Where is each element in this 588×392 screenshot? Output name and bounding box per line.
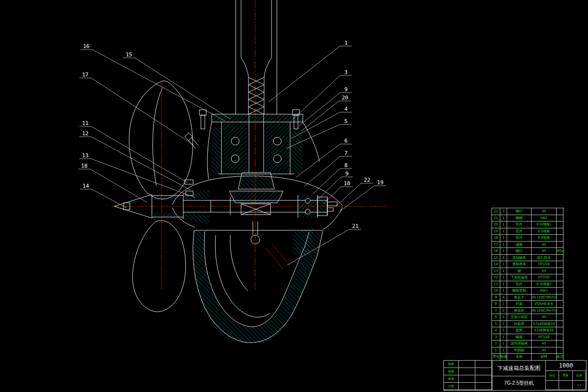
part-qty: 1 (500, 228, 507, 235)
callout-label: 5 (344, 118, 348, 124)
part-material: 45 (20CrMnTi) (532, 294, 557, 301)
part-name: 下齿轮箱体 (507, 274, 532, 281)
table-row: 3 1 螺塞 HT150 (492, 334, 564, 341)
part-no: 19 (492, 228, 500, 235)
mark-value (546, 381, 559, 391)
part-name: 螺旋桨轴 (507, 288, 532, 294)
part-qty: 1 (500, 334, 507, 341)
part-remark (557, 314, 564, 321)
part-material: 40Cr (532, 288, 557, 294)
signature-row: 日期 (444, 383, 492, 390)
callout-label: 9 (344, 86, 348, 93)
table-row: 18 1 垫片 0.5纸板 (492, 235, 564, 242)
part-qty: 1 (500, 274, 507, 281)
part-name: 螺塞 (507, 334, 532, 341)
part-remark (557, 274, 564, 281)
part-material: 45 (532, 347, 557, 354)
part-material: 57x40钢管20 (532, 321, 557, 328)
part-material: HT150 (532, 261, 557, 268)
callout-label: 10 (343, 180, 350, 187)
part-name: 垫片 (507, 221, 532, 228)
signature-row: 描图 (444, 368, 492, 375)
part-remark (557, 294, 564, 301)
callout-label: 16 (83, 43, 89, 49)
header-qty: 数量 (500, 354, 507, 361)
callout-label: 14 (82, 183, 89, 189)
part-name: 螺钉 (507, 208, 532, 215)
part-name: 垫片 (507, 235, 532, 242)
table-row: 21 1 螺帽 H62 (492, 215, 564, 222)
part-no: 6 (492, 314, 500, 321)
part-qty: 2 (500, 308, 507, 315)
part-no: 9 (492, 294, 500, 301)
table-row: 2 1 深沟球轴承 45 (492, 341, 564, 347)
part-remark (557, 308, 564, 315)
part-qty: 1 (500, 215, 507, 222)
part-qty: 1 (500, 242, 507, 248)
part-qty: 1 (500, 341, 507, 347)
part-qty: 1 (500, 221, 507, 228)
part-no: 11 (492, 281, 500, 288)
drawing-number: 1000 (546, 361, 586, 371)
part-remark (557, 228, 564, 235)
part-no: 16 (492, 248, 500, 255)
part-no: 17 (492, 242, 500, 248)
part-name: 衬套 (507, 301, 532, 308)
part-qty: 1 (500, 347, 507, 354)
callout-label: 20 (342, 95, 348, 101)
part-name: 螺帽 (507, 215, 532, 222)
signature-label: 描图 (444, 368, 459, 375)
title-block: 制图 描图 审核 日期 (443, 360, 587, 391)
signature-label: 日期 (444, 383, 459, 390)
part-remark (557, 215, 564, 222)
part-qty: 1 (500, 261, 507, 268)
part-qty: 4 (500, 255, 507, 262)
cad-canvas: 16 15 17 11 12 13 18 14 1 3 9 20 4 5 6 7… (0, 0, 588, 392)
part-remark (557, 208, 564, 215)
scale-value: 1:1 (573, 381, 586, 391)
callout-label: 7 (344, 150, 348, 156)
callout-label: 13 (82, 152, 88, 159)
part-qty: 1 (500, 268, 507, 275)
part-material: ZQSn6-6-6 (532, 301, 557, 308)
table-row: 11 1 垫片 0.5(纸板) (492, 281, 564, 288)
table-row: 12 1 下齿轮箱体 HT150 (492, 274, 564, 281)
part-material: HT150 (532, 274, 557, 281)
part-name: 套筒 (507, 327, 532, 334)
spline-shaft (248, 77, 264, 114)
signature-cell (459, 361, 475, 368)
title-block-meta: 标记 重量 比例 1:1 (546, 371, 586, 390)
parts-table: 22 3 螺钉 45 21 1 螺帽 H62 20 1 (491, 208, 564, 361)
part-material: 45 (532, 208, 557, 215)
table-row: 15 4 滚动轴承 双Z.防水 (492, 255, 564, 262)
drawing-model: 7G-2.5型挂机 (492, 376, 545, 390)
signature-cell (475, 383, 492, 390)
signature-cell (475, 361, 492, 368)
callout-label: 21 (352, 223, 358, 229)
table-row: 1 1 中间轴 45 (492, 347, 564, 354)
part-name: 离合子 (507, 294, 532, 301)
weight-label: 重量 (559, 371, 572, 381)
part-no: 2 (492, 341, 500, 347)
table-row: 10 1 螺旋桨轴 40Cr (492, 288, 564, 294)
signature-row: 制图 (444, 361, 492, 368)
part-no: 7 (492, 308, 500, 315)
part-name: 主动小齿轮 (507, 314, 532, 321)
section-hatching (124, 114, 327, 343)
part-no: 12 (492, 274, 500, 281)
part-no: 20 (492, 221, 500, 228)
callout-label: 4 (344, 106, 348, 112)
table-row: 8 1 衬套 ZQSn6-6-6 (492, 301, 564, 308)
table-row: 5 1 外套筒 57x40钢管20 (492, 321, 564, 328)
part-remark (557, 288, 564, 294)
header-material: 材料 (532, 354, 557, 361)
signature-row: 审核 (444, 375, 492, 383)
part-name: 深沟球轴承 (507, 341, 532, 347)
part-material: 45 (20CrMnTi) (532, 308, 557, 315)
header-name: 名称 (507, 354, 532, 361)
part-material: 0.5(纸板) (532, 281, 557, 288)
part-name: 外套筒 (507, 321, 532, 328)
part-remark (557, 281, 564, 288)
part-no: 10 (492, 288, 500, 294)
callout-label: 3 (344, 69, 348, 75)
